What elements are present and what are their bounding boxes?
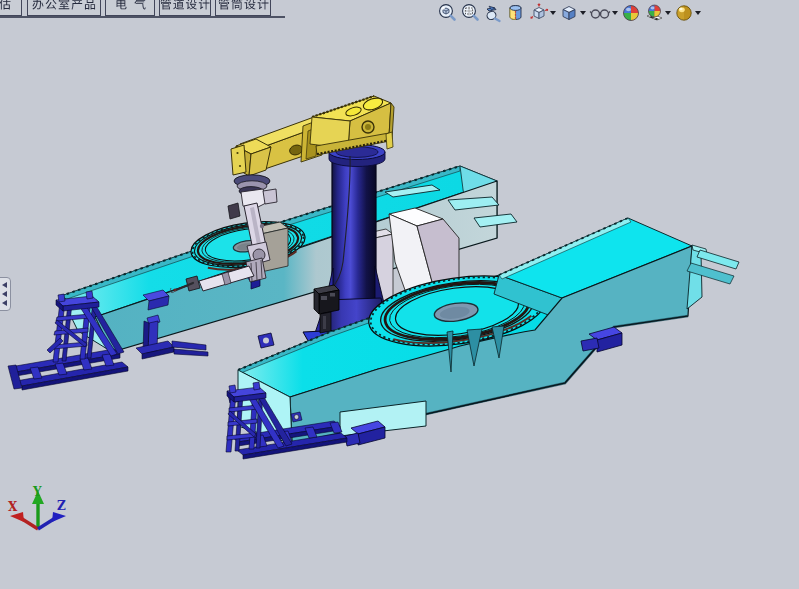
expand-arrow-icon xyxy=(2,291,7,297)
commandmanager-tabbar xyxy=(0,0,285,18)
view-settings-button[interactable] xyxy=(674,3,701,23)
heads-up-toolbar xyxy=(437,2,704,24)
panel-expand-tab[interactable] xyxy=(0,277,11,311)
tab-piping-design[interactable] xyxy=(159,0,211,16)
orientation-triad: Y X Z xyxy=(8,485,66,529)
zoom-to-area-button[interactable] xyxy=(460,3,480,23)
triad-x-label: X xyxy=(8,500,18,514)
tab-tubing-design[interactable] xyxy=(215,0,271,16)
dropdown-arrow-icon[interactable] xyxy=(580,11,586,15)
apply-scene-icon xyxy=(644,3,664,23)
expand-arrow-icon xyxy=(2,282,7,288)
hide-show-items-icon xyxy=(589,3,611,23)
tab-evaluate[interactable] xyxy=(0,0,22,16)
dropdown-arrow-icon[interactable] xyxy=(695,11,701,15)
graphics-viewport[interactable]: Y X Z xyxy=(0,0,799,589)
triad-z-label: Z xyxy=(57,499,66,513)
tab-electrical[interactable] xyxy=(105,0,155,16)
apply-scene-button[interactable] xyxy=(644,3,671,23)
view-orientation-button[interactable] xyxy=(529,3,556,23)
previous-view-button[interactable] xyxy=(483,3,503,23)
view-settings-icon xyxy=(674,3,694,23)
display-style-icon xyxy=(559,3,579,23)
expand-arrow-icon xyxy=(2,300,7,306)
dropdown-arrow-icon[interactable] xyxy=(665,11,671,15)
zoom-to-area-icon xyxy=(460,3,480,23)
tabbar-bottom-line xyxy=(0,16,285,18)
tab-office-products[interactable] xyxy=(27,0,101,16)
view-orientation-icon xyxy=(529,3,549,23)
hide-show-items-button[interactable] xyxy=(589,3,618,23)
section-view-button[interactable] xyxy=(506,3,526,23)
section-view-icon xyxy=(506,3,526,23)
previous-view-icon xyxy=(483,3,503,23)
edit-appearance-button[interactable] xyxy=(621,3,641,23)
solidworks-window: { "app": { "name": "SolidWorks", "ui_bac… xyxy=(0,0,799,589)
zoom-to-fit-button[interactable] xyxy=(437,3,457,23)
display-style-button[interactable] xyxy=(559,3,586,23)
edit-appearance-icon xyxy=(621,3,641,23)
triad-y-label: Y xyxy=(32,485,42,499)
dropdown-arrow-icon[interactable] xyxy=(550,11,556,15)
dropdown-arrow-icon[interactable] xyxy=(612,11,618,15)
zoom-to-fit-icon xyxy=(437,3,457,23)
